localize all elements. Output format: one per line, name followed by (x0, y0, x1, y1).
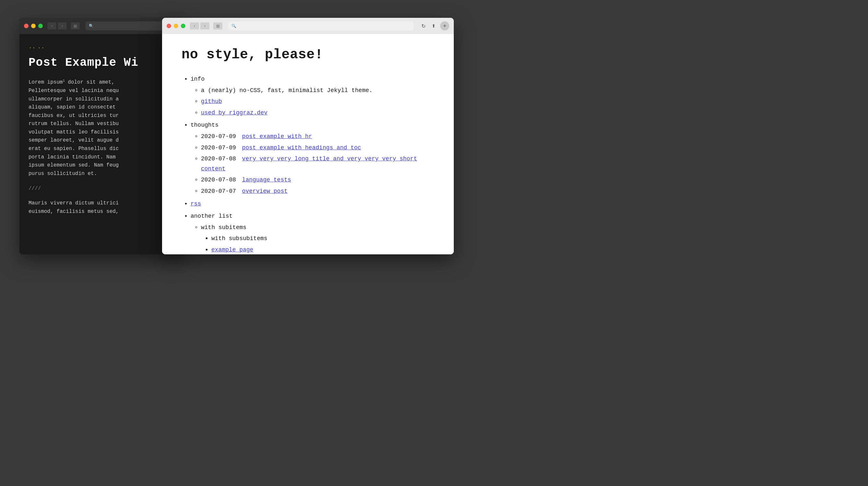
thoughts-label: thoughts (191, 122, 218, 128)
share-icon: ⬆ (432, 23, 436, 29)
right-forward-button[interactable]: › (200, 22, 209, 30)
list-item-post-toc: 2020-07-09 post example with headings an… (201, 143, 434, 153)
list-item-language: 2020-07-08 language tests (201, 175, 434, 185)
right-search-bar[interactable]: 🔍 (228, 21, 413, 30)
right-forward-icon: › (204, 24, 206, 28)
right-search-icon: 🔍 (231, 24, 236, 28)
date-3: 2020-07-08 (201, 156, 236, 162)
right-titlebar: ‹ › ⊞ 🔍 ↻ ⬆ + (162, 18, 454, 34)
right-sidebar-button[interactable]: ⊞ (213, 22, 222, 30)
list-item-rss: rss (191, 199, 434, 209)
left-close-button[interactable] (24, 24, 29, 28)
list-item-example-page: example page (211, 245, 434, 254)
right-back-button[interactable]: ‹ (190, 22, 199, 30)
left-forward-icon: › (62, 24, 63, 28)
right-fullscreen-button[interactable] (181, 24, 185, 28)
right-traffic-lights (166, 24, 185, 28)
right-nav-buttons: ‹ › (190, 22, 209, 30)
list-item-description: a (nearly) no-CSS, fast, minimalist Jeky… (201, 86, 434, 96)
right-close-button[interactable] (166, 24, 171, 28)
subsubitems-label: with subsubitems (211, 235, 268, 242)
list-item-long-title: 2020-07-08 very very very long title and… (201, 154, 434, 174)
left-back-icon: ‹ (51, 24, 53, 28)
left-forward-button[interactable]: › (58, 22, 67, 30)
right-toolbar: ↻ ⬆ + (420, 21, 449, 30)
right-back-icon: ‹ (194, 24, 195, 28)
left-window: ‹ › ⊞ 🔍 .. .. Post Example Wi Lorem ipsu… (20, 18, 182, 254)
lorem-paragraph: Lorem ipsum1 dolor sit amet, Pellentesqu… (29, 78, 173, 178)
mauris-paragraph: Mauris viverra dictum ultrici euismod, f… (29, 199, 173, 216)
subsubitems-list: with subsubitems example page (201, 234, 434, 254)
date-2: 2020-07-09 (201, 144, 236, 151)
another-list-label: another list (191, 213, 233, 219)
left-traffic-lights (24, 24, 43, 28)
right-window: ‹ › ⊞ 🔍 ↻ ⬆ + no style, please! (162, 18, 454, 254)
info-label: info (191, 76, 205, 82)
thoughts-sublist: 2020-07-09 post example with hr 2020-07-… (191, 132, 434, 196)
post-title: Post Example Wi (29, 56, 173, 69)
another-sublist: with subitems with subsubitems example p… (191, 223, 434, 254)
list-item-github: github (201, 97, 434, 106)
left-minimize-button[interactable] (31, 24, 36, 28)
date-5: 2020-07-07 (201, 188, 236, 194)
right-minimize-button[interactable] (174, 24, 178, 28)
date-4: 2020-07-08 (201, 176, 236, 183)
left-fullscreen-button[interactable] (38, 24, 43, 28)
left-titlebar: ‹ › ⊞ 🔍 (20, 18, 182, 34)
list-item-info: info a (nearly) no-CSS, fast, minimalist… (191, 74, 434, 118)
left-sidebar-icon: ⊞ (73, 24, 77, 29)
dot-1: .. (29, 44, 36, 50)
share-button[interactable]: ⬆ (430, 22, 438, 30)
divider: //// (29, 186, 173, 192)
list-item-riggraz: used by riggraz.dev (201, 108, 434, 118)
left-nav-buttons: ‹ › (47, 22, 67, 30)
example-page-link[interactable]: example page (211, 247, 253, 253)
footnote-ref: 1 (63, 79, 65, 83)
info-sublist: a (nearly) no-CSS, fast, minimalist Jeky… (191, 86, 434, 118)
github-link[interactable]: github (201, 98, 222, 105)
right-sidebar-icon: ⊞ (216, 24, 220, 29)
post-toc-link[interactable]: post example with headings and toc (242, 144, 361, 151)
right-content: no style, please! info a (nearly) no-CSS… (162, 34, 454, 254)
main-list: info a (nearly) no-CSS, fast, minimalist… (182, 74, 434, 254)
left-search-icon: 🔍 (89, 24, 94, 28)
refresh-icon: ↻ (421, 23, 426, 29)
list-item-post-hr: 2020-07-09 post example with hr (201, 132, 434, 141)
riggraz-link[interactable]: used by riggraz.dev (201, 109, 268, 116)
dots-decoration: .. .. (29, 44, 173, 50)
subitems-label: with subitems (201, 224, 246, 231)
left-sidebar-button[interactable]: ⊞ (71, 22, 80, 30)
list-item-overview: 2020-07-07 overview post (201, 186, 434, 196)
refresh-button[interactable]: ↻ (420, 22, 427, 30)
overview-link[interactable]: overview post (242, 188, 287, 194)
date-1: 2020-07-09 (201, 133, 236, 140)
rss-link[interactable]: rss (191, 200, 201, 207)
left-back-button[interactable]: ‹ (47, 22, 56, 30)
dot-2: .. (38, 44, 45, 50)
left-content: .. .. Post Example Wi Lorem ipsum1 dolor… (20, 34, 182, 254)
list-item-subitems: with subitems with subsubitems example p… (201, 223, 434, 254)
new-tab-button[interactable]: + (440, 21, 449, 30)
language-link[interactable]: language tests (242, 176, 291, 183)
list-item-thoughts: thoughts 2020-07-09 post example with hr… (191, 120, 434, 196)
left-search-bar[interactable]: 🔍 (86, 21, 174, 30)
list-item-another: another list with subitems with subsubit… (191, 211, 434, 254)
list-item-subsubitems: with subsubitems (211, 234, 434, 244)
plus-icon: + (443, 23, 447, 30)
post-hr-link[interactable]: post example with hr (242, 133, 312, 140)
site-title: no style, please! (182, 47, 434, 63)
